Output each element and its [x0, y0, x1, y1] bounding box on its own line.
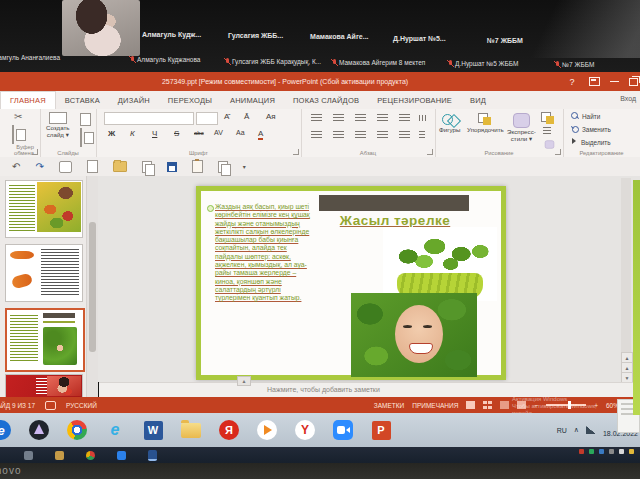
font-size-box[interactable]: [196, 112, 218, 125]
bold-button[interactable]: Ж: [108, 129, 115, 138]
change-case-button[interactable]: Аа: [236, 129, 245, 136]
tab-slideshow[interactable]: ПОКАЗ СЛАЙДОВ: [284, 91, 368, 109]
file-explorer-icon[interactable]: [180, 419, 202, 441]
slide-title[interactable]: Жасыл тәрелке: [301, 213, 489, 228]
undo-icon[interactable]: ↶: [12, 162, 20, 172]
bullets-icon[interactable]: [311, 114, 322, 122]
participant-video-tile[interactable]: [62, 0, 140, 56]
slide-thumbnail-3-selected[interactable]: [5, 308, 85, 372]
cut-icon[interactable]: ✂: [14, 111, 22, 122]
spellcheck-icon[interactable]: [45, 401, 56, 410]
select-button[interactable]: Выделить: [571, 138, 610, 146]
qat-dropdown-icon[interactable]: ▾: [243, 164, 246, 170]
touch-mode-icon[interactable]: [59, 161, 72, 173]
align-right-icon[interactable]: [355, 131, 366, 139]
yandex-icon[interactable]: Я: [218, 419, 240, 441]
help-button[interactable]: ?: [565, 77, 579, 87]
restore-icon[interactable]: [629, 78, 638, 86]
smartart-icon[interactable]: [419, 131, 425, 139]
sign-in-link[interactable]: Вход: [620, 95, 636, 102]
language-tray[interactable]: RU: [557, 427, 567, 434]
tab-animations[interactable]: АНИМАЦИЯ: [221, 91, 284, 109]
character-spacing-button[interactable]: AV: [214, 129, 223, 136]
justify-icon[interactable]: [377, 131, 388, 139]
yandex-disk-icon[interactable]: [28, 419, 50, 441]
clear-formatting-icon[interactable]: Ая: [266, 112, 276, 121]
powerpoint-title-bar[interactable]: 257349.ppt [Режим совместимости] - Power…: [0, 72, 640, 91]
slide-thumbnail-2[interactable]: [5, 244, 83, 302]
thumbnail-scrollbar-thumb[interactable]: [89, 222, 96, 352]
language-indicator[interactable]: РУССКИЙ: [66, 402, 97, 409]
new-slide-button[interactable]: Создатьслайд ▾: [46, 112, 70, 138]
ribbon-display-options-icon[interactable]: [589, 77, 600, 86]
grow-font-icon[interactable]: А̂: [224, 112, 229, 121]
slide-dark-rectangle[interactable]: [319, 195, 469, 211]
herbs-basket-image[interactable]: [383, 227, 497, 301]
copy-icon[interactable]: [12, 125, 14, 144]
notes-toggle[interactable]: ЗАМЕТКИ: [374, 402, 404, 409]
word-icon[interactable]: W: [142, 419, 164, 441]
slide-body-text[interactable]: Жаздың аяқ басып, қиыр шеті көрінбейтін …: [215, 203, 313, 303]
new-file-icon[interactable]: [87, 160, 98, 173]
shape-effects-icon[interactable]: [545, 140, 554, 148]
shapes-button[interactable]: Фигуры: [439, 113, 460, 133]
increase-indent-icon[interactable]: [377, 114, 388, 122]
tab-review[interactable]: РЕЦЕНЗИРОВАНИЕ: [368, 91, 461, 109]
font-color-button[interactable]: А: [258, 129, 263, 140]
tab-view[interactable]: ВИД: [461, 91, 495, 109]
tab-design[interactable]: ДИЗАЙН: [109, 91, 159, 109]
comments-toggle[interactable]: ПРИМЕЧАНИЯ: [412, 402, 458, 409]
tray-chevron-icon[interactable]: ∧: [574, 426, 579, 434]
shape-outline-icon[interactable]: [543, 127, 551, 135]
layout-icon[interactable]: [80, 113, 91, 126]
notes-collapse-button[interactable]: ▲: [237, 376, 251, 386]
save-icon[interactable]: [167, 162, 177, 172]
paragraph-dialog-launcher[interactable]: [427, 149, 433, 155]
minimize-icon[interactable]: [610, 81, 619, 83]
slide-thumbnail-1[interactable]: [5, 180, 83, 238]
chrome-icon[interactable]: [66, 419, 88, 441]
open-icon[interactable]: [113, 161, 127, 172]
powerpoint-icon[interactable]: P: [370, 419, 392, 441]
columns-icon[interactable]: [399, 131, 410, 139]
slide-thumbnail-4[interactable]: [5, 374, 83, 398]
text-direction-icon[interactable]: [418, 115, 426, 121]
line-spacing-icon[interactable]: [399, 114, 410, 122]
yandex-browser-icon[interactable]: Y: [294, 419, 316, 441]
shrink-font-icon[interactable]: А̌: [244, 112, 249, 121]
underline-button[interactable]: Ч: [152, 129, 157, 138]
zoom-app-icon[interactable]: [332, 419, 354, 441]
redo-icon[interactable]: ↷: [35, 162, 43, 172]
decrease-indent-icon[interactable]: [355, 114, 366, 122]
network-icon[interactable]: [586, 426, 596, 434]
reset-icon[interactable]: [80, 128, 82, 147]
edge-icon[interactable]: e: [0, 419, 12, 441]
reading-view-icon[interactable]: [500, 401, 509, 409]
slide-canvas[interactable]: Жасыл тәрелке Жаздың аяқ басып, қиыр шет…: [196, 186, 506, 380]
strikethrough-button[interactable]: abc: [194, 130, 204, 136]
align-center-icon[interactable]: [333, 131, 344, 139]
numbering-icon[interactable]: [333, 114, 344, 122]
paste-icon[interactable]: [192, 160, 203, 173]
quick-styles-button[interactable]: Экспресс-стили ▾: [507, 113, 536, 142]
arrange-button[interactable]: Упорядочить: [467, 113, 504, 133]
shadow-button[interactable]: S: [174, 129, 179, 138]
replace-button[interactable]: Заменить: [571, 125, 611, 133]
normal-view-icon[interactable]: [466, 401, 475, 409]
tab-home[interactable]: ГЛАВНАЯ: [0, 91, 56, 109]
print-preview-icon[interactable]: [142, 161, 152, 173]
drawing-dialog-launcher[interactable]: [555, 149, 561, 155]
align-left-icon[interactable]: [311, 131, 322, 139]
find-button[interactable]: Найти: [571, 112, 600, 120]
copy-icon[interactable]: [218, 161, 228, 173]
slide-sorter-view-icon[interactable]: [483, 401, 492, 409]
italic-button[interactable]: К: [130, 129, 135, 138]
woman-in-greens-image[interactable]: [351, 293, 477, 377]
internet-explorer-icon[interactable]: e: [104, 419, 126, 441]
tab-transitions[interactable]: ПЕРЕХОДЫ: [159, 91, 221, 109]
font-dialog-launcher[interactable]: [293, 149, 299, 155]
font-name-box[interactable]: [104, 112, 194, 125]
tab-insert[interactable]: ВСТАВКА: [56, 91, 109, 109]
media-player-icon[interactable]: [256, 419, 278, 441]
clipboard-dialog-launcher[interactable]: [32, 149, 38, 155]
